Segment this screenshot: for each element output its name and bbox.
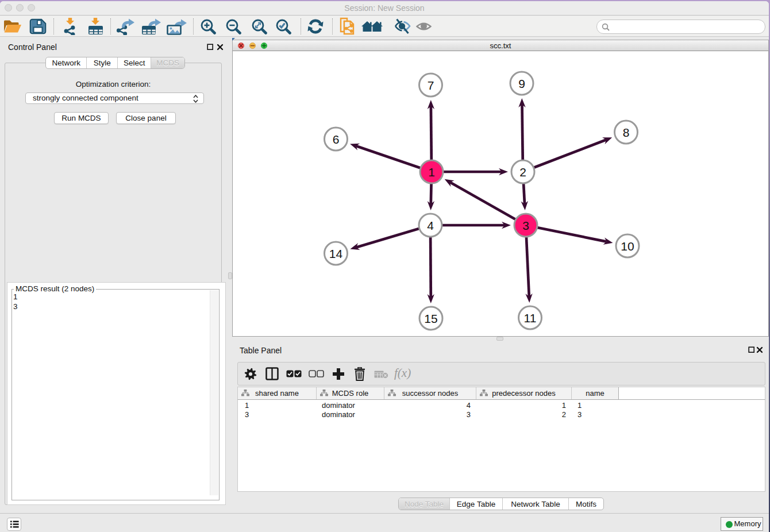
svg-text:6: 6 bbox=[333, 133, 340, 146]
svg-text:9: 9 bbox=[518, 77, 525, 90]
svg-text:2: 2 bbox=[519, 165, 526, 179]
svg-text:11: 11 bbox=[524, 311, 537, 325]
svg-text:14: 14 bbox=[329, 247, 343, 260]
svg-text:3: 3 bbox=[522, 219, 529, 232]
svg-text:1: 1 bbox=[428, 165, 435, 179]
svg-text:7: 7 bbox=[428, 79, 434, 92]
svg-text:15: 15 bbox=[424, 312, 437, 325]
svg-text:10: 10 bbox=[621, 240, 634, 253]
svg-text:8: 8 bbox=[623, 126, 630, 139]
svg-text:4: 4 bbox=[427, 219, 434, 232]
